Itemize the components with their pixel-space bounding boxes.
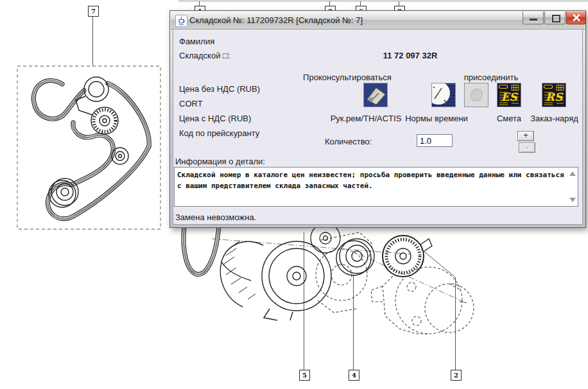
time-standards-button[interactable] <box>431 83 456 107</box>
scroll-down-icon[interactable] <box>569 198 576 202</box>
estimate-button[interactable]: ES <box>497 83 521 107</box>
callout-2[interactable]: 2 <box>451 370 462 381</box>
part-info-textarea[interactable]: Складской номер в каталоге цен неизвесте… <box>174 167 578 207</box>
cort-label: CORT <box>179 99 203 108</box>
minimize-icon <box>530 19 537 21</box>
quantity-minus-button: - <box>519 143 535 153</box>
callout-5[interactable]: 5 <box>299 370 310 381</box>
manual-wrench-icon <box>364 83 387 107</box>
attach-disabled-button <box>464 83 489 107</box>
quantity-plus-button[interactable]: + <box>517 131 534 141</box>
surname-label: Фамилия <box>179 37 214 46</box>
parts-catalog-page: 7 1 3 6 8 5 4 2 Складской №: 117209732R … <box>0 0 588 389</box>
minimize-button[interactable] <box>523 12 544 24</box>
price-incl-vat-label: Цена с НДС (RUB) <box>179 114 251 123</box>
svg-text:RS: RS <box>546 91 564 103</box>
dialog-titlebar[interactable]: Складской №: 117209732R [Складской №: 7] <box>171 12 585 30</box>
estimate-icon: ES <box>497 83 521 107</box>
stock-number-value: 11 72 097 32R <box>368 51 452 60</box>
part-info-message: Складской номер в каталоге цен неизвесте… <box>177 169 566 191</box>
repair-manual-button[interactable] <box>363 83 388 107</box>
maximize-icon <box>552 15 560 22</box>
price-excl-vat-label: Цена без НДС (RUB) <box>179 84 260 94</box>
attach-heading: присоединить <box>453 73 530 82</box>
dialog-title: Складской №: 117209732R [Складской №: 7] <box>189 15 363 25</box>
status-text: Замена невозможна. <box>175 212 256 222</box>
java-app-icon <box>175 15 187 27</box>
work-order-caption: Заказ-наряд <box>517 114 588 123</box>
clock-icon <box>432 83 455 107</box>
svg-text:ES: ES <box>501 91 518 103</box>
price-list-code-label: Код по прейскуранту <box>179 128 259 138</box>
ghost-attach-icon <box>465 83 488 107</box>
scroll-up-icon[interactable] <box>569 171 576 176</box>
work-order-icon: RS <box>542 83 566 107</box>
part-info-dialog: Складской №: 117209732R [Складской №: 7]… <box>169 10 586 228</box>
maximize-button[interactable] <box>544 12 566 24</box>
callout-4[interactable]: 4 <box>349 370 359 381</box>
time-standards-caption: Нормы времени <box>392 114 481 123</box>
consult-heading: Проконсультироваться <box>296 73 399 82</box>
quantity-input[interactable] <box>417 134 453 147</box>
part-info-label: Информация о детали: <box>175 157 265 166</box>
close-button[interactable] <box>566 12 586 24</box>
callout-7[interactable]: 7 <box>88 6 99 17</box>
stock-number-label: Складской □: <box>179 51 230 60</box>
quantity-label: Количество: <box>325 137 372 146</box>
work-order-button[interactable]: RS <box>542 83 566 107</box>
